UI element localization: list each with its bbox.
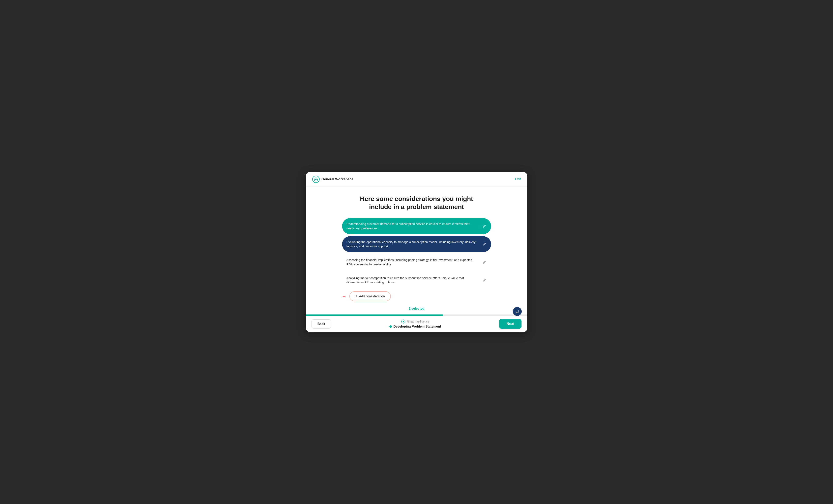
consideration-text-3: Assessing the financial implications, in…: [347, 258, 479, 267]
chat-bubble-button[interactable]: [513, 307, 522, 316]
exit-button[interactable]: Exit: [515, 177, 521, 181]
back-button[interactable]: Back: [311, 319, 331, 329]
considerations-list: Understanding customer demand for a subs…: [342, 218, 491, 288]
selected-count: 2 selected: [409, 307, 424, 310]
edit-icon-3[interactable]: [482, 260, 487, 264]
footer: Back Ritual Intelligence Developing Prob…: [306, 316, 527, 332]
brand-name: General Workspace: [322, 177, 353, 181]
next-button[interactable]: Next: [499, 319, 522, 329]
main-content: Here some considerations you might inclu…: [306, 187, 527, 314]
svg-point-3: [403, 321, 404, 322]
page-title: Here some considerations you might inclu…: [348, 195, 485, 211]
footer-brand-label: Ritual Intelligence: [407, 320, 429, 323]
consideration-item-2[interactable]: Evaluating the operational capacity to m…: [342, 236, 491, 252]
main-window: General Workspace Exit Here some conside…: [306, 172, 527, 332]
consideration-item-4[interactable]: Analyzing market competition to ensure t…: [342, 272, 491, 288]
consideration-text-2: Evaluating the operational capacity to m…: [347, 240, 479, 249]
footer-brand-icon: [401, 320, 405, 324]
arrow-indicator-icon: →: [342, 294, 347, 299]
consideration-item-3[interactable]: Assessing the financial implications, in…: [342, 254, 491, 270]
footer-center: Ritual Intelligence Developing Problem S…: [389, 320, 441, 328]
plus-icon: +: [355, 294, 358, 298]
svg-point-1: [315, 179, 316, 180]
brand-logo-icon: [312, 176, 319, 183]
edit-icon-4[interactable]: [482, 278, 487, 282]
add-consideration-row: → + Add consideration: [342, 291, 491, 301]
consideration-text-4: Analyzing market competition to ensure t…: [347, 276, 479, 285]
edit-icon-1[interactable]: [482, 224, 487, 229]
stage-dot-icon: [389, 325, 392, 328]
consideration-text-1: Understanding customer demand for a subs…: [347, 222, 479, 231]
consideration-item-1[interactable]: Understanding customer demand for a subs…: [342, 218, 491, 234]
header: General Workspace Exit: [306, 172, 527, 187]
footer-stage-label: Developing Problem Statement: [394, 325, 441, 328]
footer-stage: Developing Problem Statement: [389, 325, 441, 328]
add-consideration-label: Add consideration: [359, 295, 385, 298]
brand: General Workspace: [312, 176, 353, 183]
footer-brand-row: Ritual Intelligence: [401, 320, 429, 324]
add-consideration-button[interactable]: + Add consideration: [349, 291, 391, 301]
edit-icon-2[interactable]: [482, 242, 487, 247]
